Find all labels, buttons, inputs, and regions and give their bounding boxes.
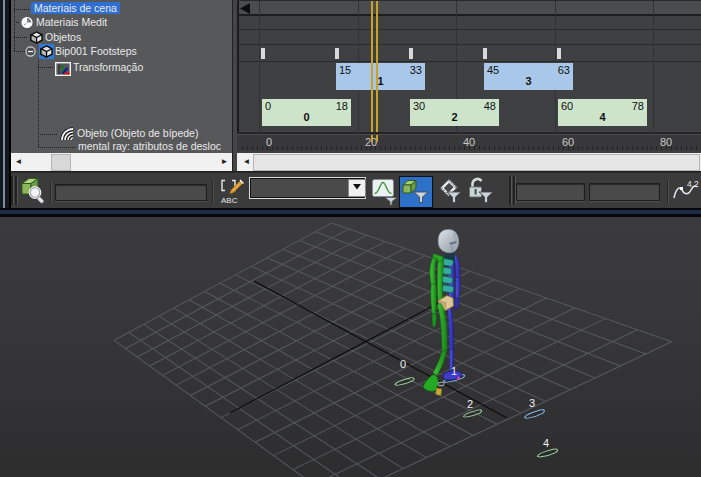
svg-text:4: 4	[543, 437, 549, 449]
svg-text:0: 0	[400, 358, 406, 370]
svg-text:1: 1	[451, 365, 457, 377]
svg-text:ABC: ABC	[221, 196, 238, 204]
svg-text:2: 2	[467, 398, 473, 410]
svg-text:3: 3	[529, 397, 535, 409]
